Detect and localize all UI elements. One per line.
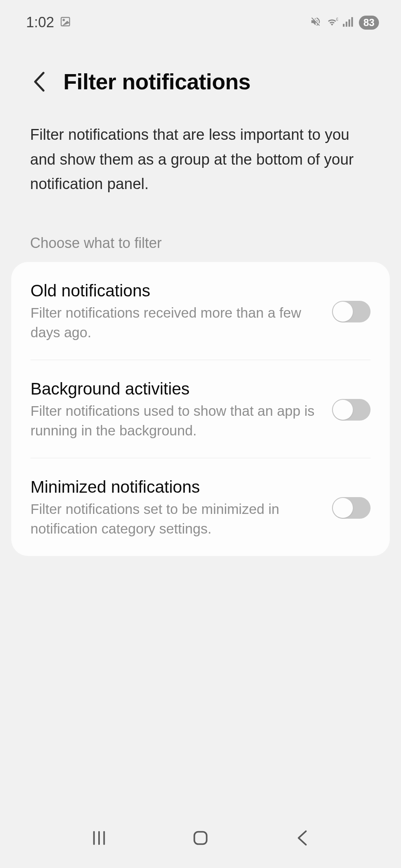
toggle-knob (333, 498, 353, 518)
status-bar: 1:02 6 (0, 0, 401, 45)
option-text: Minimized notifications Filter notificat… (30, 477, 316, 538)
back-button[interactable] (32, 71, 47, 92)
option-title: Background activities (30, 379, 316, 399)
option-text: Old notifications Filter notifications r… (30, 281, 316, 342)
svg-rect-6 (351, 17, 353, 27)
svg-rect-5 (348, 19, 350, 26)
page-header: Filter notifications (0, 45, 401, 107)
navigation-bar (0, 816, 401, 868)
option-text: Background activities Filter notificatio… (30, 379, 316, 440)
option-title: Minimized notifications (30, 477, 316, 497)
toggle-minimized-notifications[interactable] (332, 497, 371, 519)
svg-point-1 (63, 19, 65, 21)
svg-rect-3 (343, 24, 344, 27)
option-background-activities[interactable]: Background activities Filter notificatio… (30, 360, 371, 458)
option-description: Filter notifications used to show that a… (30, 401, 316, 440)
wifi-icon: 6 (326, 16, 338, 28)
svg-text:6: 6 (336, 17, 338, 22)
page-title: Filter notifications (63, 69, 251, 95)
svg-rect-10 (194, 832, 207, 844)
signal-icon (343, 16, 354, 28)
toggle-knob (333, 302, 353, 322)
toggle-knob (333, 400, 353, 420)
image-icon (60, 16, 71, 29)
option-title: Old notifications (30, 281, 316, 300)
nav-back-button[interactable] (290, 828, 314, 848)
filter-options-card: Old notifications Filter notifications r… (11, 262, 390, 556)
option-description: Filter notifications received more than … (30, 303, 316, 342)
status-left: 1:02 (26, 14, 71, 31)
page-description: Filter notifications that are less impor… (0, 107, 401, 197)
status-right: 6 83 (310, 16, 379, 30)
battery-level: 83 (359, 16, 379, 30)
toggle-background-activities[interactable] (332, 399, 371, 421)
option-description: Filter notifications set to be minimized… (30, 499, 316, 538)
option-old-notifications[interactable]: Old notifications Filter notifications r… (30, 262, 371, 360)
svg-rect-4 (346, 22, 347, 27)
recents-button[interactable] (87, 828, 111, 848)
toggle-old-notifications[interactable] (332, 301, 371, 322)
clock-time: 1:02 (26, 14, 54, 31)
mute-icon (310, 16, 321, 29)
section-header: Choose what to filter (0, 197, 401, 262)
home-button[interactable] (188, 828, 213, 848)
option-minimized-notifications[interactable]: Minimized notifications Filter notificat… (30, 458, 371, 556)
